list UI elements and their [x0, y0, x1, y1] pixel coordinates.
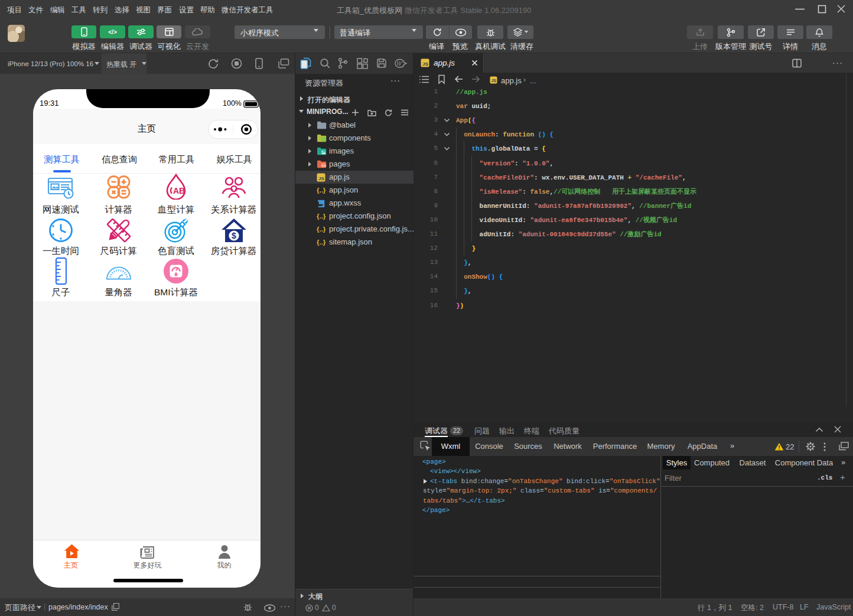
svg-text:{..}: {..}	[317, 226, 326, 233]
svg-text:{..}: {..}	[317, 213, 326, 220]
svg-text:{..}: {..}	[317, 239, 326, 246]
svg-text:$: $	[232, 231, 236, 240]
svg-text:{..}: {..}	[317, 187, 326, 194]
svg-text:JS: JS	[491, 79, 496, 83]
svg-text:AB: AB	[173, 186, 185, 195]
svg-text:JS: JS	[422, 61, 428, 67]
svg-text:<>: <>	[322, 164, 327, 168]
svg-text:JS: JS	[318, 176, 324, 181]
